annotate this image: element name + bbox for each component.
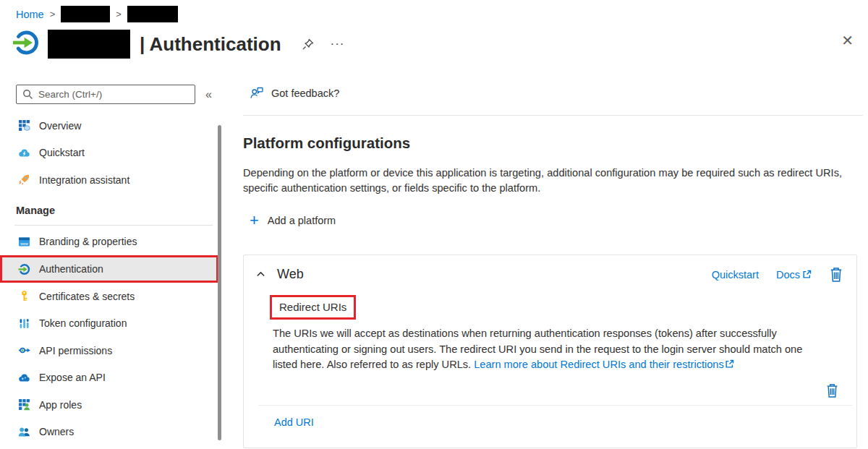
api-permissions-icon	[18, 344, 30, 356]
sidebar-item-overview[interactable]: Overview	[0, 112, 218, 140]
sidebar-item-label: Overview	[39, 120, 81, 132]
sidebar-section-manage: Manage	[0, 205, 224, 219]
sidebar: « Overview	[0, 81, 224, 445]
docs-link[interactable]: Docs	[776, 269, 812, 281]
more-options-button[interactable]: ···	[331, 37, 345, 51]
redirect-uris-heading: Redirect URIs	[270, 295, 356, 320]
sidebar-item-quickstart[interactable]: Quickstart	[0, 140, 218, 167]
web-platform-card: Web Quickstart Docs	[243, 255, 857, 448]
sidebar-item-label: Branding & properties	[39, 236, 137, 247]
svg-text:www: www	[20, 242, 28, 246]
sidebar-item-label: Owners	[39, 426, 74, 437]
platform-configurations-heading: Platform configurations	[243, 134, 863, 152]
redaction-box	[61, 6, 110, 22]
authentication-icon	[18, 263, 30, 275]
delete-uri-button[interactable]	[825, 382, 839, 398]
sidebar-item-label: Quickstart	[39, 147, 85, 158]
sidebar-item-label: API permissions	[39, 345, 112, 356]
sidebar-item-label: Integration assistant	[39, 174, 129, 186]
trash-icon	[829, 266, 843, 283]
expose-api-icon	[18, 372, 30, 384]
sidebar-item-certificates-secrets[interactable]: Certificates & secrets	[0, 283, 218, 310]
sidebar-search	[16, 85, 195, 104]
sidebar-item-api-permissions[interactable]: API permissions	[0, 337, 218, 364]
redirect-uri-row	[244, 373, 856, 405]
search-icon	[22, 89, 33, 100]
branding-icon: www	[18, 236, 30, 248]
feedback-icon	[250, 86, 264, 100]
pin-icon[interactable]	[301, 38, 315, 51]
breadcrumb-separator: >	[116, 9, 122, 20]
sidebar-item-integration-assistant[interactable]: Integration assistant	[0, 166, 218, 194]
app-authentication-icon	[12, 29, 40, 59]
web-card-title: Web	[277, 267, 304, 282]
sidebar-item-authentication[interactable]: Authentication	[0, 255, 218, 283]
delete-web-platform-button[interactable]	[829, 266, 843, 283]
sidebar-item-owners[interactable]: Owners	[0, 419, 218, 446]
platform-configurations-description: Depending on the platform or device this…	[243, 166, 842, 196]
breadcrumb: Home > >	[16, 6, 178, 22]
token-configuration-icon	[18, 317, 30, 330]
sidebar-item-label: Expose an API	[39, 372, 106, 383]
page-title: | Authentication	[140, 33, 281, 56]
breadcrumb-separator: >	[50, 9, 56, 20]
certificates-icon	[18, 290, 30, 302]
uri-row-divider	[258, 405, 852, 406]
trash-icon	[825, 382, 839, 398]
sidebar-item-expose-an-api[interactable]: Expose an API	[0, 364, 218, 392]
add-uri-link[interactable]: Add URI	[274, 416, 314, 428]
integration-assistant-icon	[18, 174, 30, 186]
collapse-sidebar-button[interactable]: «	[205, 88, 212, 101]
got-feedback-button[interactable]: Got feedback?	[250, 86, 339, 100]
overview-icon	[18, 119, 30, 132]
redaction-box	[127, 6, 178, 22]
sidebar-divider	[14, 225, 213, 226]
sidebar-item-branding-properties[interactable]: www Branding & properties	[0, 228, 218, 256]
add-a-platform-label: Add a platform	[268, 215, 336, 226]
docs-link-label: Docs	[776, 269, 800, 281]
sidebar-item-token-configuration[interactable]: Token configuration	[0, 310, 218, 338]
sidebar-item-label: Authentication	[39, 263, 103, 275]
sidebar-item-app-roles[interactable]: App roles	[0, 391, 218, 419]
owners-icon	[18, 426, 30, 438]
external-link-icon	[725, 359, 734, 369]
sidebar-item-label: Token configuration	[39, 317, 127, 329]
main-content: Got feedback? Platform configurations De…	[243, 81, 863, 448]
learn-more-link[interactable]: Learn more about Redirect URIs and their…	[474, 359, 724, 370]
quickstart-link[interactable]: Quickstart	[712, 269, 759, 281]
sidebar-scrollbar[interactable]	[218, 125, 221, 440]
close-icon[interactable]: ✕	[841, 33, 854, 48]
search-input[interactable]	[38, 89, 189, 100]
add-a-platform-button[interactable]: + Add a platform	[250, 213, 336, 228]
redirect-uris-description: The URIs we will accept as destinations …	[273, 326, 822, 373]
external-link-icon	[802, 270, 812, 279]
got-feedback-label: Got feedback?	[271, 87, 339, 99]
sidebar-item-label: App roles	[39, 399, 82, 411]
quickstart-icon	[18, 147, 30, 159]
chevron-up-icon[interactable]	[255, 269, 266, 280]
app-roles-icon	[18, 398, 30, 411]
breadcrumb-home-link[interactable]: Home	[16, 9, 44, 20]
plus-icon: +	[250, 213, 259, 228]
page-header: | Authentication ···	[12, 29, 345, 59]
sidebar-item-label: Certificates & secrets	[39, 291, 135, 302]
redaction-box	[48, 30, 130, 59]
